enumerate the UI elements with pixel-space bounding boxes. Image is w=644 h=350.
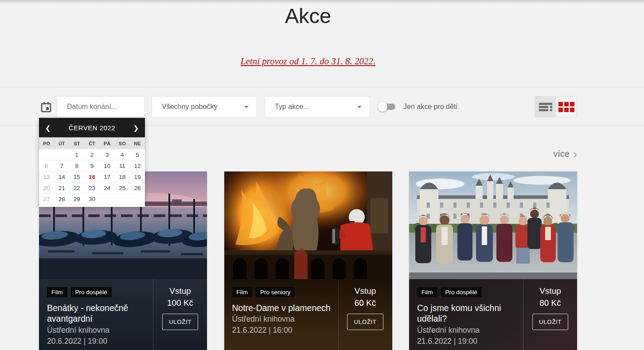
day-cell[interactable]: 9	[84, 160, 99, 171]
day-cell[interactable]: 6	[39, 160, 54, 171]
day-cell[interactable]: 14	[54, 171, 69, 183]
list-view-icon	[539, 102, 552, 112]
day-cell[interactable]: 1	[69, 149, 84, 160]
day-cell[interactable]: 12	[130, 160, 145, 171]
filter-bar: Všechny pobočky Typ akce... Jen akce pro…	[39, 96, 577, 117]
event-card-footer: Film Pro dospělé Co jsme komu všichni ud…	[409, 279, 577, 350]
chevron-down-icon	[357, 106, 362, 108]
day-cell[interactable]: 5	[130, 149, 145, 160]
price-value: 100 Kč	[167, 298, 193, 308]
grid-view-button[interactable]	[556, 97, 577, 117]
save-button[interactable]: ULOŽIT	[532, 314, 568, 330]
day-cell[interactable]: 21	[54, 183, 69, 194]
datepicker-weekdays: PO ÚT ST ČT PÁ SO NE	[39, 137, 145, 149]
event-location: Ústřední knihovna	[232, 315, 333, 324]
event-datetime: 21.6.2022 | 19:00	[417, 337, 518, 346]
branch-select-value: Všechny pobočky	[162, 103, 217, 111]
event-datetime: 20.6.2022 | 19:00	[47, 337, 148, 346]
event-card-cojsmekomu: Film Pro dospělé Co jsme komu všichni ud…	[409, 171, 577, 350]
day-cell[interactable]: 10	[100, 160, 115, 171]
toggle-knob-icon	[378, 102, 387, 112]
branch-select[interactable]: Všechny pobočky	[152, 96, 257, 117]
badge-category: Film	[417, 287, 437, 297]
day-cell[interactable]: 8	[69, 160, 84, 171]
day-cell	[115, 194, 130, 205]
badge-category: Film	[47, 287, 67, 297]
badge-audience: Pro dospělé	[71, 287, 112, 297]
day-cell	[54, 149, 69, 160]
weekday-label: ST	[69, 141, 84, 146]
weekday-label: NE	[130, 141, 145, 146]
save-button[interactable]: ULOŽIT	[347, 314, 383, 330]
summer-notice-link[interactable]: Letní provoz od 1. 7. do 31. 8. 2022.	[241, 56, 375, 66]
save-button[interactable]: ULOŽIT	[162, 314, 198, 330]
day-cell[interactable]: 26	[130, 183, 145, 194]
event-image-group-chateau[interactable]	[409, 171, 577, 279]
day-cell	[100, 194, 115, 205]
day-cell[interactable]: 27	[39, 194, 54, 205]
day-cell[interactable]: 25	[115, 183, 130, 194]
price-label: Vstup	[539, 286, 561, 296]
datepicker-grid: 1 2 3 4 5 6 7 8 9 10 11 12 13 14 15 16 1…	[39, 149, 145, 205]
fire-illustration	[224, 171, 392, 279]
divider-top	[0, 87, 644, 87]
event-title: Co jsme komu všichni udělali?	[417, 303, 518, 324]
chevron-left-icon[interactable]: ❮	[45, 124, 51, 131]
event-card-footer: Film Pro dospělé Benátky - nekonečně ava…	[39, 279, 207, 350]
datepicker-header: ❮ ČERVEN 2022 ❯	[39, 118, 145, 137]
chevron-right-icon[interactable]: ❯	[133, 124, 139, 131]
day-cell-selected[interactable]: 16	[84, 171, 99, 183]
day-cell[interactable]: 3	[100, 149, 115, 160]
weekday-label: PO	[39, 141, 54, 146]
day-cell[interactable]: 13	[39, 171, 54, 183]
grid-view-icon	[558, 102, 574, 112]
datepicker-month-label: ČERVEN 2022	[69, 124, 115, 132]
day-cell[interactable]: 29	[69, 194, 84, 205]
kids-toggle[interactable]	[379, 104, 395, 110]
weekday-label: PÁ	[100, 141, 115, 146]
event-location: Ústřední knihovna	[47, 326, 148, 335]
day-cell[interactable]: 18	[115, 171, 130, 183]
day-cell[interactable]: 30	[84, 194, 99, 205]
event-image-notredame-fire[interactable]	[224, 171, 392, 279]
type-select-value: Typ akce...	[275, 103, 309, 111]
event-location: Ústřední knihovna	[417, 326, 518, 335]
day-cell[interactable]: 7	[54, 160, 69, 171]
day-cell	[39, 149, 54, 160]
page-title: Akce	[39, 4, 577, 28]
badge-audience: Pro dospělé	[441, 287, 482, 297]
day-cell[interactable]: 23	[84, 183, 99, 194]
event-title: Benátky - nekonečně avantgardní	[47, 303, 148, 324]
datepicker-popup: ❮ ČERVEN 2022 ❯ PO ÚT ST ČT PÁ SO NE 1 2…	[39, 118, 145, 207]
date-input[interactable]	[57, 96, 145, 117]
view-switcher	[535, 96, 577, 117]
day-cell[interactable]: 20	[39, 183, 54, 194]
type-select[interactable]: Typ akce...	[265, 96, 370, 117]
day-cell[interactable]: 19	[130, 171, 145, 183]
list-view-button[interactable]	[535, 97, 556, 117]
day-cell[interactable]: 22	[69, 183, 84, 194]
calendar-icon[interactable]	[39, 100, 53, 114]
price-value: 60 Kč	[355, 298, 376, 308]
day-cell[interactable]: 17	[100, 171, 115, 183]
more-events-link[interactable]: více ›	[553, 149, 577, 159]
price-value: 80 Kč	[539, 298, 561, 308]
day-cell	[130, 194, 145, 205]
day-cell[interactable]: 15	[69, 171, 84, 183]
day-cell[interactable]: 4	[115, 149, 130, 160]
kids-filter: Jen akce pro děti	[379, 96, 457, 117]
price-label: Vstup	[355, 286, 376, 296]
day-cell[interactable]: 28	[54, 194, 69, 205]
kids-toggle-label: Jen akce pro děti	[403, 103, 457, 111]
weekday-label: SO	[115, 141, 130, 146]
weekday-label: ÚT	[54, 141, 69, 146]
day-cell[interactable]: 24	[100, 183, 115, 194]
day-cell[interactable]: 2	[84, 149, 99, 160]
day-cell[interactable]: 11	[115, 160, 130, 171]
price-label: Vstup	[169, 286, 191, 296]
chateau-illustration	[409, 171, 577, 279]
weekday-label: ČT	[84, 141, 99, 146]
more-label: více	[553, 149, 570, 159]
event-card-notredame: Film Pro seniory Notre-Dame v plamenech …	[224, 171, 392, 350]
badge-category: Film	[232, 287, 253, 297]
